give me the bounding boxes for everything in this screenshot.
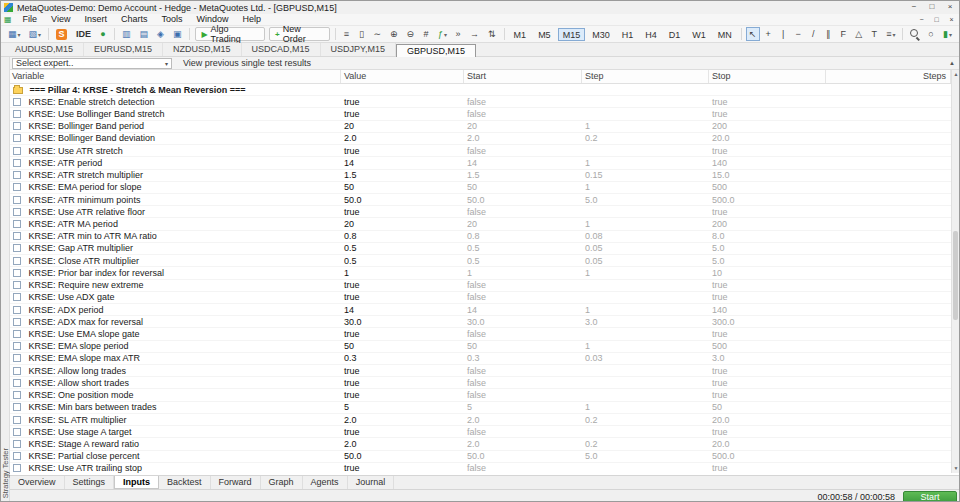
row-checkbox[interactable] [13, 318, 21, 326]
docking-icon[interactable]: ⇅ [485, 27, 500, 41]
stop-cell[interactable]: true [709, 109, 826, 119]
stop-cell[interactable]: 5.0 [709, 256, 826, 266]
value-cell[interactable]: 0.5 [341, 243, 464, 253]
start-cell[interactable]: false [464, 463, 582, 473]
connection-status-icon[interactable]: ● [97, 27, 110, 41]
row-checkbox[interactable] [13, 367, 21, 375]
chart-tab[interactable]: NZDUSD,M15 [163, 43, 242, 56]
stop-cell[interactable]: 140 [709, 158, 826, 168]
zoom-out-icon[interactable]: ⊖ [404, 27, 419, 41]
step-cell[interactable]: 3.0 [582, 317, 709, 327]
step-cell[interactable]: 0.2 [582, 439, 709, 449]
start-cell[interactable]: 0.5 [464, 256, 582, 266]
chart-bars-icon[interactable]: ≡ [340, 27, 353, 41]
value-cell[interactable]: true [341, 109, 464, 119]
step-cell[interactable]: 0.05 [582, 243, 709, 253]
start-cell[interactable]: false [464, 109, 582, 119]
step-cell[interactable]: 1 [582, 341, 709, 351]
table-row[interactable]: KRSE: Gap ATR multiplier 0.5 0.5 0.05 5.… [10, 243, 951, 255]
step-cell[interactable]: 1 [582, 268, 709, 278]
value-cell[interactable]: 1 [341, 268, 464, 278]
step-cell[interactable]: 0.05 [582, 256, 709, 266]
start-cell[interactable]: 2.0 [464, 439, 582, 449]
table-row[interactable]: KRSE: ADX max for reversal 30.0 30.0 3.0… [10, 316, 951, 328]
timeframe-button[interactable]: M30 [587, 28, 615, 41]
value-cell[interactable]: 2.0 [341, 439, 464, 449]
stop-cell[interactable]: true [709, 378, 826, 388]
row-checkbox[interactable] [13, 196, 21, 204]
start-cell[interactable]: 5 [464, 402, 582, 412]
objects-icon[interactable]: ≡ ▾ [883, 27, 898, 41]
row-checkbox[interactable] [13, 391, 21, 399]
start-cell[interactable]: 1 [464, 268, 582, 278]
table-row[interactable]: KRSE: ATR minimum points 50.0 50.0 5.0 5… [10, 194, 951, 206]
table-row[interactable]: KRSE: Bollinger Band deviation 2.0 2.0 0… [10, 133, 951, 145]
value-cell[interactable]: 0.3 [341, 353, 464, 363]
stop-cell[interactable]: 500 [709, 182, 826, 192]
tester-tab[interactable]: Settings [65, 476, 115, 489]
row-checkbox[interactable] [13, 403, 21, 411]
chart-candles-icon[interactable]: ▯ [355, 27, 368, 41]
table-row[interactable]: KRSE: ATR min to ATR MA ratio 0.8 0.8 0.… [10, 231, 951, 243]
market-watch-icon[interactable]: ▥ [119, 27, 135, 41]
child-restore-button[interactable]: □ [929, 14, 944, 25]
text-tool-icon[interactable]: T [868, 27, 881, 41]
timeframe-button[interactable]: M1 [509, 28, 532, 41]
minimize-button[interactable]: − [905, 1, 923, 14]
column-header-steps[interactable]: Steps [826, 70, 951, 83]
alerts-icon[interactable]: ○ [925, 27, 938, 41]
start-cell[interactable]: false [464, 280, 582, 290]
column-header-step[interactable]: Step [582, 70, 709, 83]
row-checkbox[interactable] [13, 306, 21, 314]
table-row[interactable]: KRSE: Allow short trades true false true [10, 377, 951, 389]
value-cell[interactable]: true [341, 207, 464, 217]
profiles-icon[interactable]: ▧ ▾ [26, 27, 45, 41]
step-cell[interactable]: 5.0 [582, 195, 709, 205]
step-cell[interactable]: 1 [582, 182, 709, 192]
chart-shift-icon[interactable]: → [467, 27, 483, 41]
value-cell[interactable]: true [341, 366, 464, 376]
table-row[interactable]: KRSE: Allow long trades true false true [10, 365, 951, 377]
step-cell[interactable]: 1 [582, 158, 709, 168]
tester-tab[interactable]: Inputs [114, 476, 159, 489]
table-row[interactable]: KRSE: Stage A reward ratio 2.0 2.0 0.2 2… [10, 438, 951, 450]
table-row[interactable]: KRSE: Use ATR stretch true false true [10, 145, 951, 157]
value-cell[interactable]: true [341, 378, 464, 388]
row-checkbox[interactable] [13, 269, 21, 277]
chart-tab[interactable]: USDCAD,M15 [242, 43, 321, 56]
vertical-line-icon[interactable]: | [777, 27, 790, 41]
start-cell[interactable]: 0.8 [464, 231, 582, 241]
start-cell[interactable]: false [464, 292, 582, 302]
start-cell[interactable]: false [464, 97, 582, 107]
value-cell[interactable]: 5 [341, 402, 464, 412]
step-cell[interactable]: 1 [582, 305, 709, 315]
channel-icon[interactable]: ∥ [822, 27, 835, 41]
menu-item[interactable]: File [16, 14, 45, 25]
table-row[interactable]: KRSE: EMA slope max ATR 0.3 0.3 0.03 3.0 [10, 353, 951, 365]
stop-cell[interactable]: 20.0 [709, 133, 826, 143]
stop-cell[interactable]: 200 [709, 219, 826, 229]
crosshair-icon[interactable]: + [762, 27, 775, 41]
row-checkbox[interactable] [13, 281, 21, 289]
row-checkbox[interactable] [13, 110, 21, 118]
stop-cell[interactable]: 8.0 [709, 231, 826, 241]
value-cell[interactable]: 14 [341, 158, 464, 168]
timeframe-button[interactable]: D1 [664, 28, 686, 41]
start-cell[interactable]: 14 [464, 158, 582, 168]
start-cell[interactable]: false [464, 207, 582, 217]
scroll-up-icon[interactable]: ▲ [952, 70, 960, 79]
value-cell[interactable]: 50.0 [341, 451, 464, 461]
start-cell[interactable]: false [464, 329, 582, 339]
value-cell[interactable]: true [341, 427, 464, 437]
start-cell[interactable]: 2.0 [464, 133, 582, 143]
table-row[interactable]: KRSE: Use ATR trailing stop true false t… [10, 463, 951, 473]
stop-cell[interactable]: true [709, 427, 826, 437]
tester-tab[interactable]: Journal [348, 476, 395, 489]
shapes-icon[interactable]: △ [852, 27, 866, 41]
child-close-button[interactable]: × [944, 14, 959, 25]
value-cell[interactable]: 0.5 [341, 256, 464, 266]
value-cell[interactable]: 50.0 [341, 195, 464, 205]
stop-cell[interactable]: true [709, 280, 826, 290]
row-checkbox[interactable] [13, 171, 21, 179]
stop-cell[interactable]: true [709, 366, 826, 376]
